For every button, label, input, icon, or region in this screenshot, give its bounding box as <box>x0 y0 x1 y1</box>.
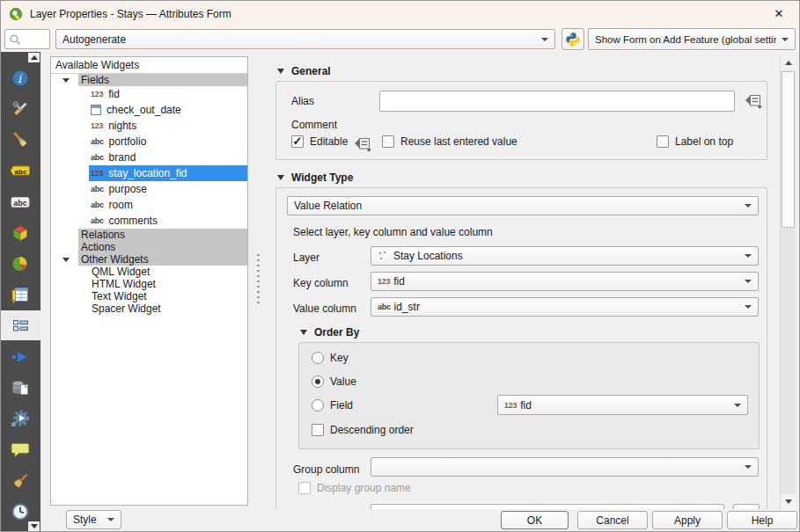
sidebar-scroll-down[interactable] <box>28 521 40 531</box>
reuse-checkbox-row[interactable]: Reuse last entered value <box>382 135 517 148</box>
triangle-down-icon <box>31 524 38 528</box>
temporal-icon[interactable] <box>10 501 31 522</box>
auxiliary-storage-icon[interactable] <box>10 377 31 398</box>
editable-override-button[interactable] <box>351 134 374 154</box>
number-field-icon: 123 <box>504 401 517 410</box>
layer-combo[interactable]: Stay Locations <box>371 246 759 266</box>
display-group-name-label: Display group name <box>317 482 411 494</box>
tree-item-nights[interactable]: 123nights <box>89 118 247 134</box>
order-by-field-radio[interactable] <box>312 399 324 412</box>
order-by-key-row[interactable]: Key <box>312 352 349 364</box>
order-by-group-header[interactable]: Order By <box>300 326 359 339</box>
value-column-combo[interactable]: abc id_str <box>371 297 759 317</box>
expander-icon[interactable] <box>62 258 70 262</box>
editable-label: Editable <box>310 135 348 148</box>
order-by-field-row[interactable]: Field <box>312 399 353 412</box>
layer-label: Layer <box>293 251 319 264</box>
chevron-down-icon <box>745 204 752 208</box>
sidebar-scroll-up[interactable] <box>28 53 40 62</box>
ok-button[interactable]: OK <box>501 511 569 529</box>
search-input[interactable] <box>21 33 44 46</box>
labels-icon[interactable]: abc <box>10 160 31 181</box>
group-column-label: Group column <box>293 463 359 476</box>
tree-item-label: brand <box>109 151 136 164</box>
widget-type-group-title: Widget Type <box>291 171 353 184</box>
order-by-field-combo[interactable]: 123 fid <box>497 395 748 415</box>
close-icon[interactable]: ✕ <box>759 1 799 26</box>
actions-icon[interactable] <box>10 408 31 429</box>
tree-item-fid[interactable]: 123fid <box>89 86 247 102</box>
joins-icon[interactable] <box>10 346 31 368</box>
display-group-name-row: Display group name <box>298 482 411 494</box>
form-layout-combo[interactable]: Autogenerate <box>55 29 555 49</box>
widget-type-combo[interactable]: Value Relation <box>287 196 759 215</box>
scrollbar-down-button[interactable] <box>781 494 796 509</box>
label-on-top-checkbox[interactable] <box>657 135 669 148</box>
panel-splitter[interactable] <box>254 56 262 506</box>
tree-item-portfolio[interactable]: abcportfolio <box>89 134 247 149</box>
masks-icon[interactable]: abc <box>10 192 31 213</box>
number-field-icon: 123 <box>91 169 103 178</box>
form-scrollbar[interactable] <box>780 55 796 509</box>
value-column-value: id_str <box>394 301 420 313</box>
alias-input[interactable] <box>379 91 735 112</box>
fields-icon[interactable] <box>10 284 31 305</box>
display-group-name-checkbox[interactable] <box>298 482 311 494</box>
tree-item-stay-location-fid[interactable]: 123stay_location_fid <box>89 165 247 181</box>
data-defined-override-icon <box>353 135 372 152</box>
descending-order-row[interactable]: Descending order <box>312 424 414 436</box>
tree-category-fields[interactable]: Fields <box>51 74 247 86</box>
attributes-form-icon[interactable] <box>10 315 31 336</box>
general-group-header[interactable]: General <box>277 65 331 77</box>
group-column-combo[interactable] <box>371 457 759 477</box>
tree-item-comments[interactable]: abccomments <box>89 213 247 229</box>
tree-item-spacer-widget[interactable]: Spacer Widget <box>90 302 247 315</box>
help-button[interactable]: Help <box>727 511 797 529</box>
reuse-last-value-checkbox[interactable] <box>382 135 394 148</box>
tree-category-other-widgets[interactable]: Other Widgets <box>51 253 247 266</box>
tree-item-text-widget[interactable]: Text Widget <box>90 290 247 302</box>
tree-category-actions[interactable]: Actions <box>51 241 247 253</box>
information-icon[interactable]: i <box>10 68 31 89</box>
order-by-value-radio[interactable] <box>312 375 324 388</box>
tree-item-qml-widget[interactable]: QML Widget <box>90 266 247 278</box>
cancel-button[interactable]: Cancel <box>577 511 648 529</box>
diagrams-icon[interactable] <box>10 253 31 274</box>
expander-icon[interactable] <box>62 78 70 83</box>
label-on-top-row[interactable]: Label on top <box>657 135 733 148</box>
apply-button[interactable]: Apply <box>652 511 723 529</box>
descending-order-checkbox[interactable] <box>312 424 324 436</box>
source-icon[interactable] <box>10 98 31 120</box>
alias-override-button[interactable] <box>742 91 765 111</box>
clipped-button[interactable] <box>733 504 760 509</box>
order-by-value-row[interactable]: Value <box>312 375 356 388</box>
order-by-key-radio[interactable] <box>312 352 324 364</box>
text-field-icon: abc <box>378 302 391 311</box>
editable-checkbox-row[interactable]: Editable <box>291 135 348 148</box>
3d-view-icon[interactable] <box>10 222 31 244</box>
python-init-button[interactable] <box>561 28 584 50</box>
key-column-combo[interactable]: 123 fid <box>371 272 759 291</box>
rendering-icon[interactable] <box>10 470 31 492</box>
tree-item-label: Spacer Widget <box>92 302 161 315</box>
order-by-group-title: Order By <box>314 326 359 339</box>
available-widgets-header: Available Widgets <box>51 57 247 74</box>
tree-item-purpose[interactable]: abcpurpose <box>89 181 247 197</box>
display-icon[interactable] <box>10 439 31 460</box>
chevron-down-icon <box>782 38 789 41</box>
show-form-combo[interactable]: Show Form on Add Feature (global setting… <box>588 28 796 50</box>
widget-type-group-header[interactable]: Widget Type <box>277 171 353 184</box>
tree-item-room[interactable]: abcroom <box>89 197 247 213</box>
style-button[interactable]: Style <box>66 510 121 529</box>
clipped-input[interactable] <box>371 504 724 509</box>
search-box[interactable] <box>4 29 50 49</box>
scrollbar-up-button[interactable] <box>781 55 796 70</box>
chevron-down-icon <box>541 38 548 41</box>
tree-item-html-widget[interactable]: HTML Widget <box>90 278 247 290</box>
symbology-icon[interactable] <box>10 129 31 150</box>
editable-checkbox[interactable] <box>291 135 304 148</box>
tree-item-check-out-date[interactable]: check_out_date <box>89 102 247 118</box>
tree-category-relations[interactable]: Relations <box>51 229 247 241</box>
scrollbar-thumb[interactable] <box>782 71 795 228</box>
tree-item-brand[interactable]: abcbrand <box>89 149 247 165</box>
